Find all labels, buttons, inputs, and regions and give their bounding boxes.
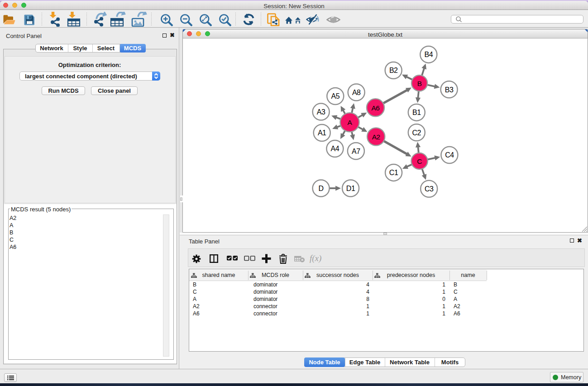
svg-text:B3: B3 [445,86,454,94]
svg-text:A4: A4 [331,145,339,152]
svg-text:A3: A3 [317,108,325,116]
svg-text:A7: A7 [352,148,360,155]
svg-text:C1: C1 [389,169,398,176]
svg-text:C: C [417,157,422,165]
svg-text:C2: C2 [412,129,421,137]
svg-text:C4: C4 [445,151,454,159]
svg-text:D1: D1 [346,185,355,192]
svg-text:A1: A1 [318,129,326,137]
svg-text:C3: C3 [425,185,434,193]
svg-text:B2: B2 [389,67,398,74]
svg-text:B1: B1 [412,109,421,116]
svg-text:B4: B4 [425,51,433,58]
svg-text:A2: A2 [372,133,380,141]
svg-text:A: A [348,119,353,126]
svg-text:A6: A6 [372,104,380,112]
svg-text:B: B [417,80,422,87]
svg-text:A5: A5 [331,92,340,100]
svg-text:D: D [319,185,324,192]
svg-text:A8: A8 [352,89,361,96]
